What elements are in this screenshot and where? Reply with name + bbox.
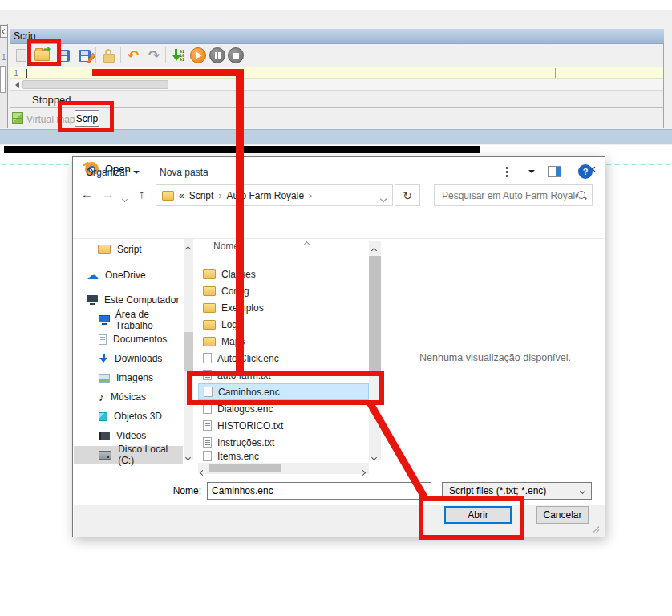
lock-icon[interactable] — [101, 47, 117, 63]
view-details-icon[interactable] — [506, 167, 519, 177]
filename-dropdown-icon[interactable] — [421, 485, 431, 496]
play-icon[interactable] — [190, 47, 206, 63]
text-file-icon — [203, 437, 212, 448]
help-icon[interactable]: ? — [578, 164, 593, 179]
save-as-icon[interactable] — [76, 47, 92, 63]
dialog-footer — [74, 505, 605, 537]
new-file-icon[interactable] — [13, 47, 29, 63]
sidebar-item-videos[interactable]: Vídeos — [74, 427, 183, 444]
folder-icon — [162, 191, 174, 201]
sidebar-item-disco-local-c[interactable]: Disco Local (C:) — [74, 446, 183, 464]
music-icon: ♪ — [99, 392, 104, 402]
file-row-caminhos-selected[interactable]: Caminhos.enc — [198, 383, 369, 400]
collapse-left-icon[interactable] — [0, 25, 8, 38]
dashed-guide-right — [606, 164, 670, 165]
organize-button[interactable]: Organizar — [86, 167, 140, 178]
scroll-down-icon[interactable] — [186, 451, 190, 462]
code-editor-line[interactable] — [10, 67, 663, 79]
view-dropdown-icon[interactable] — [528, 170, 535, 173]
preview-message: Nenhuma visualização disponível. — [419, 352, 571, 363]
dashed-guide-left — [2, 164, 69, 165]
preview-pane: Nenhuma visualização disponível. — [386, 239, 605, 476]
pause-icon[interactable] — [209, 47, 225, 63]
pictures-icon — [99, 374, 110, 383]
sidebar-item-imagens[interactable]: Imagens — [74, 369, 183, 387]
file-row-config[interactable]: Config — [198, 282, 369, 299]
file-row-logs[interactable]: Logs — [198, 316, 369, 333]
list-hscroll-thumb[interactable] — [209, 464, 281, 472]
file-row-classes[interactable]: Classes — [198, 265, 369, 282]
list-scroll-thumb[interactable] — [369, 256, 381, 371]
breadcrumb-item-auto-farm-royale[interactable]: Auto Farm Royale — [226, 190, 304, 201]
computer-icon — [87, 295, 98, 305]
new-folder-button[interactable]: Nova pasta — [160, 167, 208, 178]
sidebar-item-musicas[interactable]: ♪Músicas — [74, 388, 183, 406]
sidebar-item-downloads[interactable]: Downloads — [74, 350, 183, 367]
sidebar-item-onedrive[interactable]: ☁OneDrive — [74, 266, 183, 284]
file-row-maps[interactable]: Maps — [198, 333, 369, 350]
redo-icon[interactable]: ↷ — [146, 47, 162, 63]
scroll-left-icon[interactable] — [12, 82, 19, 88]
toolbar-separator — [165, 47, 166, 63]
editor-hscroll-thumb[interactable] — [22, 80, 168, 89]
scroll-right-icon[interactable] — [361, 466, 365, 477]
download-icon — [99, 354, 108, 364]
preview-pane-icon[interactable] — [548, 166, 561, 177]
document-icon — [99, 334, 107, 345]
tab-scrip[interactable]: Scrip — [75, 110, 99, 127]
sliver-line-number: 1 — [2, 53, 6, 62]
breadcrumb-separator: › — [309, 190, 312, 201]
toolbar-separator — [95, 47, 96, 63]
sidebar-item-documentos[interactable]: Documentos — [74, 330, 183, 348]
undo-icon[interactable]: ↶ — [125, 47, 141, 63]
column-header-nome[interactable]: Nome — [213, 241, 239, 252]
filetype-select[interactable]: Script files (*.txt; *.enc) — [442, 482, 592, 500]
sidebar-item-script[interactable]: Script — [74, 241, 183, 258]
sidebar-item-area-de-trabalho[interactable]: Área de Trabalho — [74, 311, 183, 329]
resize-grip[interactable] — [593, 526, 599, 533]
editor-margin-guide — [555, 68, 556, 78]
file-row-dialogos[interactable]: Dialogos.enc — [198, 400, 369, 417]
search-box[interactable] — [434, 184, 593, 206]
save-icon[interactable] — [55, 47, 71, 63]
up-icon[interactable]: ↑ — [139, 187, 145, 201]
sliver-box — [0, 66, 6, 93]
tab-virtual-map[interactable]: Virtual map — [26, 114, 75, 125]
bottom-tabs-bar — [10, 109, 663, 128]
search-input[interactable] — [442, 190, 577, 201]
scroll-up-icon[interactable] — [186, 242, 190, 253]
open-file-icon[interactable]: ➜ — [34, 47, 50, 63]
scroll-down-icon[interactable] — [372, 451, 376, 462]
folder-icon — [203, 270, 216, 279]
scroll-left-icon[interactable] — [200, 466, 204, 477]
step-run-icon[interactable]: 011001 — [169, 47, 188, 63]
forward-icon[interactable]: → — [102, 187, 114, 201]
script-panel-header: Scrip — [10, 29, 664, 44]
file-row-instrucoes[interactable]: Instruções.txt — [198, 434, 369, 451]
sidebar-item-este-computador[interactable]: Este Computador — [74, 291, 183, 309]
stop-icon[interactable] — [228, 47, 244, 63]
address-dropdown-icon[interactable] — [381, 192, 386, 204]
chevron-down-icon — [133, 171, 140, 174]
recent-locations-icon[interactable] — [123, 192, 127, 204]
address-bar[interactable]: « Script › Auto Farm Royale › — [156, 184, 393, 206]
breadcrumb-prefix: « — [179, 190, 184, 201]
text-file-icon — [203, 420, 212, 431]
file-icon — [203, 353, 212, 363]
file-row-auto-click[interactable]: Auto Click.enc — [198, 350, 369, 367]
refresh-icon[interactable]: ↻ — [395, 184, 420, 206]
file-row-auto-farm[interactable]: auto farm.txt — [198, 367, 369, 383]
sidebar-item-objetos-3d[interactable]: Objetos 3D — [74, 407, 183, 425]
open-button[interactable]: Abrir — [444, 506, 512, 524]
back-icon[interactable]: ← — [81, 187, 93, 201]
file-row-exemplos[interactable]: Exemplos — [198, 299, 369, 316]
text-file-icon — [203, 370, 212, 380]
file-row-items[interactable]: Items.enc — [198, 449, 369, 463]
filename-input[interactable] — [208, 485, 421, 496]
breadcrumb-item-script[interactable]: Script — [189, 190, 214, 201]
file-row-historico[interactable]: HISTORICO.txt — [198, 417, 369, 434]
cancel-button[interactable]: Cancelar — [536, 506, 589, 524]
panel-title: Scrip — [14, 30, 35, 42]
scroll-up-icon[interactable] — [372, 244, 376, 255]
sidebar-scroll-thumb[interactable] — [184, 332, 193, 371]
